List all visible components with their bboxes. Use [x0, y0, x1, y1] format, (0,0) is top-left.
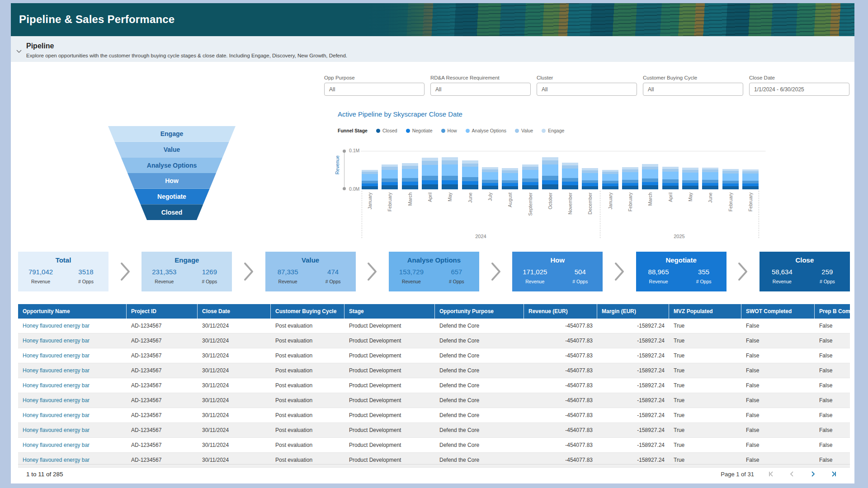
- bar-segment-analyse-options[interactable]: [622, 172, 638, 180]
- bar-segment-closed[interactable]: [702, 186, 718, 189]
- bar-2-february[interactable]: [382, 164, 398, 189]
- bar-segment-closed[interactable]: [362, 186, 378, 189]
- bar-segment-analyse-options[interactable]: [382, 170, 398, 178]
- next-page-button[interactable]: [809, 470, 816, 478]
- bar-segment-analyse-options[interactable]: [542, 164, 558, 176]
- bar-segment-negotiate[interactable]: [382, 182, 398, 185]
- bar-segment-value[interactable]: [522, 167, 538, 170]
- funnel-stage-value[interactable]: Value: [108, 142, 236, 158]
- column-header-swot-completed[interactable]: SWOT Completed: [741, 304, 815, 319]
- bar-segment-analyse-options[interactable]: [742, 174, 759, 181]
- bar-segment-analyse-options[interactable]: [702, 172, 718, 180]
- opportunity-link[interactable]: Honey flavoured energy bar: [23, 338, 90, 344]
- bar-6-june[interactable]: [462, 160, 478, 189]
- bar-14-february[interactable]: [622, 167, 638, 189]
- bar-segment-analyse-options[interactable]: [522, 170, 538, 178]
- legend-item-negotiate[interactable]: Negotiate: [406, 128, 433, 133]
- bar-segment-analyse-options[interactable]: [582, 173, 598, 180]
- bar-segment-how[interactable]: [622, 180, 638, 183]
- legend-item-value[interactable]: Value: [515, 128, 533, 133]
- y-axis-slider-handle-top[interactable]: [343, 150, 346, 153]
- bar-segment-negotiate[interactable]: [562, 182, 578, 185]
- bar-segment-negotiate[interactable]: [402, 182, 418, 185]
- bar-segment-closed[interactable]: [502, 186, 518, 190]
- bar-segment-closed[interactable]: [462, 185, 478, 189]
- bar-segment-closed[interactable]: [662, 186, 679, 189]
- bar-segment-negotiate[interactable]: [542, 180, 558, 184]
- funnel-stage-how[interactable]: How: [108, 173, 236, 189]
- funnel-stage-closed[interactable]: Closed: [108, 204, 236, 220]
- bar-19-february[interactable]: [722, 169, 739, 189]
- bar-20-february[interactable]: [742, 169, 759, 189]
- bar-segment-closed[interactable]: [482, 186, 498, 189]
- bar-segment-closed[interactable]: [622, 186, 638, 189]
- bar-segment-analyse-options[interactable]: [462, 167, 478, 177]
- bar-segment-how[interactable]: [542, 176, 558, 180]
- bar-segment-closed[interactable]: [642, 185, 658, 189]
- legend-item-engage[interactable]: Engage: [542, 128, 564, 133]
- opportunity-link[interactable]: Honey flavoured energy bar: [23, 457, 90, 463]
- bar-segment-closed[interactable]: [722, 186, 739, 189]
- funnel-stage-engage[interactable]: Engage: [108, 126, 236, 142]
- bar-segment-how[interactable]: [482, 180, 498, 183]
- kpi-card-close[interactable]: Close58,634259Revenue# Opps: [760, 252, 850, 291]
- opportunity-link[interactable]: Honey flavoured energy bar: [23, 412, 90, 418]
- kpi-card-total[interactable]: Total791,0423518Revenue# Opps: [18, 252, 108, 291]
- bar-segment-how[interactable]: [462, 177, 478, 181]
- column-header-stage[interactable]: Stage: [344, 304, 435, 319]
- bar-10-october[interactable]: [542, 157, 558, 189]
- bar-segment-closed[interactable]: [402, 185, 418, 189]
- bar-segment-value[interactable]: [642, 167, 658, 170]
- bar-segment-closed[interactable]: [742, 186, 759, 189]
- bar-segment-how[interactable]: [562, 178, 578, 182]
- bar-segment-engage[interactable]: [542, 157, 558, 160]
- opportunity-link[interactable]: Honey flavoured energy bar: [23, 382, 90, 389]
- bar-15-march[interactable]: [642, 164, 658, 189]
- opportunity-link[interactable]: Honey flavoured energy bar: [23, 442, 90, 448]
- bar-7-july[interactable]: [482, 167, 498, 189]
- bar-segment-value[interactable]: [462, 164, 478, 167]
- column-header-opportunity-purpose[interactable]: Opportunity Purpose: [435, 304, 524, 319]
- bar-segment-analyse-options[interactable]: [642, 169, 658, 178]
- bar-segment-how[interactable]: [522, 178, 538, 182]
- bar-13-january[interactable]: [602, 170, 618, 189]
- column-header-close-date[interactable]: Close Date: [198, 304, 271, 319]
- filter-dropdown-opp-purpose[interactable]: All: [324, 83, 425, 96]
- kpi-card-how[interactable]: How171,025504Revenue# Opps: [512, 252, 603, 291]
- bar-segment-analyse-options[interactable]: [482, 172, 498, 180]
- bar-segment-how[interactable]: [442, 176, 458, 180]
- bar-segment-negotiate[interactable]: [422, 180, 438, 184]
- kpi-card-analyse-options[interactable]: Analyse Options153,729657Revenue# Opps: [389, 252, 479, 291]
- opportunity-link[interactable]: Honey flavoured energy bar: [23, 323, 90, 329]
- bar-segment-closed[interactable]: [382, 185, 398, 189]
- bar-segment-negotiate[interactable]: [462, 181, 478, 185]
- opportunity-link[interactable]: Honey flavoured energy bar: [23, 367, 90, 374]
- bar-segment-analyse-options[interactable]: [562, 169, 578, 178]
- bar-segment-analyse-options[interactable]: [662, 172, 679, 180]
- bar-segment-engage[interactable]: [442, 157, 458, 160]
- bar-segment-engage[interactable]: [422, 158, 438, 161]
- bar-segment-how[interactable]: [382, 178, 398, 182]
- bar-segment-closed[interactable]: [562, 185, 578, 189]
- first-page-button[interactable]: [768, 470, 775, 478]
- bar-segment-analyse-options[interactable]: [442, 164, 458, 176]
- opportunity-link[interactable]: Honey flavoured energy bar: [23, 352, 90, 359]
- column-header-prep-b-com[interactable]: Prep B Com: [815, 304, 850, 319]
- filter-dropdown-close-date[interactable]: 1/1/2024 - 6/30/2025: [749, 83, 849, 96]
- kpi-card-engage[interactable]: Engage231,3531269Revenue# Opps: [142, 252, 232, 291]
- bar-segment-how[interactable]: [682, 180, 698, 183]
- column-header-project-id[interactable]: Project ID: [127, 304, 198, 319]
- last-page-button[interactable]: [830, 470, 837, 478]
- kpi-card-value[interactable]: Value87,335474Revenue# Opps: [265, 252, 356, 291]
- y-axis-zoom-slider[interactable]: [344, 152, 344, 188]
- bar-segment-value[interactable]: [442, 160, 458, 164]
- bar-segment-value[interactable]: [382, 167, 398, 170]
- bar-segment-negotiate[interactable]: [522, 182, 538, 185]
- filter-dropdown-rd-a-resource-requirement[interactable]: All: [430, 83, 531, 96]
- bar-5-may[interactable]: [442, 157, 458, 189]
- bar-segment-how[interactable]: [662, 179, 679, 183]
- bar-segment-closed[interactable]: [542, 184, 558, 189]
- bar-segment-closed[interactable]: [522, 185, 538, 189]
- column-header-opportunity-name[interactable]: Opportunity Name: [18, 304, 127, 319]
- legend-item-how[interactable]: How: [441, 128, 457, 133]
